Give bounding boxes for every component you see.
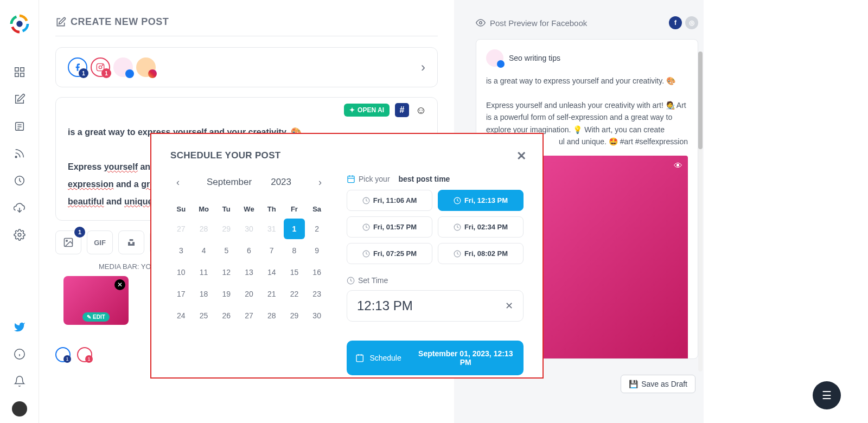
dashboard-icon[interactable]: [14, 66, 25, 78]
cal-day[interactable]: 26: [215, 305, 237, 326]
gif-button[interactable]: GIF: [87, 230, 113, 254]
cal-day[interactable]: 6: [238, 240, 260, 261]
cal-day[interactable]: 25: [193, 305, 215, 326]
twitter-icon[interactable]: [14, 321, 25, 333]
cal-day-prev[interactable]: 31: [261, 219, 283, 239]
cal-day[interactable]: 5: [215, 240, 237, 261]
cal-day[interactable]: 11: [193, 262, 215, 283]
time-slot[interactable]: Fri, 12:13 PM: [438, 190, 524, 211]
cal-day[interactable]: 23: [306, 284, 328, 304]
calendar-year[interactable]: 2023: [271, 177, 291, 188]
page-title-text: CREATE NEW POST: [71, 16, 169, 28]
svg-rect-3: [15, 73, 18, 76]
bell-icon[interactable]: [14, 375, 25, 387]
cal-day[interactable]: 9: [306, 240, 328, 261]
set-time-label: Set Time: [347, 276, 524, 285]
settings-icon[interactable]: [14, 229, 25, 241]
save-draft-button[interactable]: 💾 Save as Draft: [621, 375, 695, 393]
preview-header-text: Post Preview for Facebook: [490, 18, 587, 28]
facebook-account[interactable]: 1: [68, 57, 87, 77]
instagram-account[interactable]: 1: [91, 57, 110, 77]
cal-day[interactable]: 10: [170, 262, 192, 283]
edit-media-button[interactable]: ✎ EDIT: [82, 312, 110, 322]
next-month-button[interactable]: ›: [312, 175, 328, 190]
cal-day-header: Th: [261, 201, 283, 217]
accounts-card[interactable]: 1 1 ›: [55, 47, 438, 87]
clear-time-icon[interactable]: ✕: [505, 300, 513, 312]
mini-ig-account[interactable]: 1: [77, 347, 92, 362]
cal-day-header: Fr: [284, 201, 305, 217]
page-title: CREATE NEW POST: [55, 16, 438, 36]
news-icon[interactable]: [14, 120, 25, 132]
time-slot[interactable]: Fri, 01:57 PM: [347, 216, 432, 238]
prev-month-button[interactable]: ‹: [170, 175, 186, 190]
cal-day[interactable]: 1: [284, 219, 305, 239]
eye-icon[interactable]: 👁: [674, 161, 682, 171]
cal-day[interactable]: 21: [261, 284, 283, 304]
account-avatar-1[interactable]: [113, 57, 133, 77]
cal-day[interactable]: 4: [193, 240, 215, 261]
cal-day[interactable]: 2: [306, 219, 328, 239]
time-input[interactable]: 12:13 PM ✕: [347, 290, 524, 322]
cal-day-prev[interactable]: 28: [193, 219, 215, 239]
cal-day[interactable]: 14: [261, 262, 283, 283]
cal-day[interactable]: 7: [261, 240, 283, 261]
time-slot[interactable]: Fri, 08:02 PM: [438, 243, 524, 264]
modal-title: SCHEDULE YOUR POST: [170, 150, 524, 161]
download-icon[interactable]: [14, 202, 25, 214]
info-icon[interactable]: [14, 348, 25, 360]
cal-day[interactable]: 18: [193, 284, 215, 304]
cal-day[interactable]: 24: [170, 305, 192, 326]
cal-day[interactable]: 15: [284, 262, 305, 283]
rss-icon[interactable]: [14, 148, 25, 159]
svg-rect-2: [20, 68, 23, 71]
cal-day[interactable]: 12: [215, 262, 237, 283]
calendar: ‹ September 2023 › SuMoTuWeThFrSa2728293…: [170, 175, 328, 375]
cal-day[interactable]: 19: [215, 284, 237, 304]
preview-author-name: Seo writing tips: [509, 54, 560, 62]
cal-day[interactable]: 28: [261, 305, 283, 326]
cal-day[interactable]: 8: [284, 240, 305, 261]
cal-day[interactable]: 22: [284, 284, 305, 304]
close-icon[interactable]: ✕: [516, 149, 526, 163]
openai-button[interactable]: ✦ OPEN AI: [344, 104, 390, 117]
scrollbar[interactable]: [698, 52, 703, 371]
refresh-icon[interactable]: [14, 175, 25, 187]
cal-day-prev[interactable]: 27: [170, 219, 192, 239]
preview-ig-icon[interactable]: ◎: [685, 16, 698, 29]
cal-day-prev[interactable]: 29: [215, 219, 237, 239]
time-slot[interactable]: Fri, 11:06 AM: [347, 190, 432, 211]
account-avatar-2[interactable]: [136, 57, 156, 77]
unsplash-button[interactable]: [118, 230, 144, 254]
compose-icon[interactable]: [14, 93, 25, 105]
time-slot[interactable]: Fri, 02:34 PM: [438, 216, 524, 238]
time-column: Pick your best post time Fri, 11:06 AMFr…: [347, 175, 524, 375]
cal-day[interactable]: 20: [238, 284, 260, 304]
cal-day[interactable]: 30: [306, 305, 328, 326]
emoji-button[interactable]: ☺: [414, 104, 427, 117]
cal-day[interactable]: 16: [306, 262, 328, 283]
account-badge: 1: [101, 68, 111, 78]
cal-day-prev[interactable]: 30: [238, 219, 260, 239]
image-button[interactable]: 1: [55, 230, 81, 254]
cal-day[interactable]: 29: [284, 305, 305, 326]
chevron-right-icon[interactable]: ›: [421, 60, 425, 75]
cal-day[interactable]: 13: [238, 262, 260, 283]
user-avatar[interactable]: [12, 401, 27, 416]
remove-media-icon[interactable]: ✕: [114, 279, 125, 290]
svg-rect-32: [356, 355, 363, 362]
menu-fab[interactable]: ☰: [813, 381, 841, 409]
cal-day[interactable]: 17: [170, 284, 192, 304]
calendar-month[interactable]: September: [207, 177, 252, 188]
svg-point-19: [66, 240, 68, 242]
svg-point-9: [15, 156, 17, 158]
time-slot[interactable]: Fri, 07:25 PM: [347, 243, 432, 264]
cal-day[interactable]: 3: [170, 240, 192, 261]
media-thumbnail[interactable]: ✕ ✎ EDIT: [63, 276, 129, 325]
hashtag-button[interactable]: #: [395, 103, 409, 117]
cal-day-header: Mo: [193, 201, 215, 217]
schedule-confirm-button[interactable]: Schedule September 01, 2023, 12:13 PM: [347, 341, 524, 375]
preview-fb-icon[interactable]: f: [669, 16, 682, 29]
cal-day[interactable]: 27: [238, 305, 260, 326]
mini-fb-account[interactable]: 1: [55, 347, 71, 362]
